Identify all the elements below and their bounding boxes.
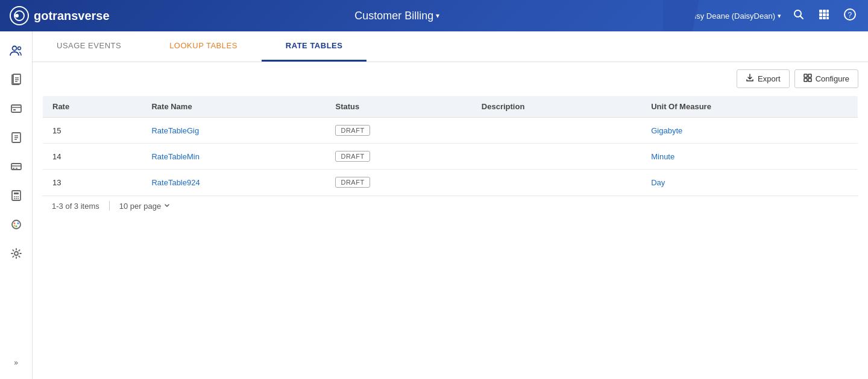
- sidebar-item-documents[interactable]: [4, 68, 28, 92]
- table-body: 15 RateTableGig DRAFT Gigabyte 14 RateTa…: [43, 118, 858, 196]
- sidebar-item-settings[interactable]: [4, 241, 28, 266]
- rate-desc-1: [472, 144, 641, 170]
- svg-point-36: [16, 196, 17, 197]
- navbar-center: Customer Billing ▾: [110, 10, 685, 22]
- rate-name-link-2[interactable]: RateTable924: [151, 178, 200, 187]
- rate-unit-1[interactable]: Minute: [641, 144, 858, 170]
- sidebar-expand-button[interactable]: »: [4, 354, 28, 372]
- table-header-row: Rate Rate Name Status Description Unit O…: [43, 96, 858, 118]
- svg-rect-8: [823, 13, 826, 16]
- status-badge-2: DRAFT: [335, 177, 370, 188]
- svg-rect-18: [13, 74, 20, 84]
- export-button[interactable]: Export: [737, 69, 790, 88]
- table-row: 13 RateTable924 DRAFT Day: [43, 170, 858, 196]
- svg-point-37: [17, 196, 19, 197]
- svg-point-38: [14, 198, 15, 199]
- sidebar-item-calculator[interactable]: [4, 183, 28, 208]
- table-row: 15 RateTableGig DRAFT Gigabyte: [43, 118, 858, 144]
- calculator-icon: [10, 190, 22, 202]
- per-page-dropdown-icon: [163, 202, 171, 211]
- sidebar-item-users[interactable]: [4, 39, 28, 63]
- status-badge-0: DRAFT: [335, 125, 370, 136]
- col-rate: Rate: [43, 96, 142, 118]
- user-dropdown-icon: ▾: [778, 12, 781, 20]
- search-icon: [793, 10, 804, 22]
- rate-name-0[interactable]: RateTableGig: [142, 118, 326, 144]
- rate-status-2: DRAFT: [326, 170, 471, 196]
- per-page-label: 10 per page: [119, 202, 161, 211]
- svg-point-46: [14, 252, 18, 255]
- user-menu[interactable]: Daisy Deane (DaisyDean) ▾: [685, 11, 781, 21]
- svg-point-16: [17, 47, 20, 50]
- tab-lookup-tables[interactable]: LOOKUP TABLES: [145, 31, 262, 62]
- svg-point-45: [13, 225, 15, 227]
- navbar-right: Daisy Deane (DaisyDean) ▾: [685, 6, 858, 26]
- svg-rect-4: [819, 10, 822, 13]
- main-content: USAGE EVENTS LOOKUP TABLES RATE TABLES E…: [33, 31, 868, 379]
- svg-rect-12: [826, 17, 829, 19]
- app-logo[interactable]: gotransverse: [10, 6, 110, 25]
- documents-icon: [10, 74, 22, 86]
- navbar: gotransverse Customer Billing ▾ Daisy De…: [0, 0, 868, 31]
- svg-rect-47: [804, 74, 807, 77]
- svg-rect-31: [13, 168, 14, 169]
- search-button[interactable]: [791, 7, 807, 25]
- palette-icon: [10, 218, 22, 231]
- svg-rect-32: [16, 168, 17, 169]
- export-label: Export: [758, 74, 781, 83]
- svg-point-43: [17, 223, 19, 225]
- table-row: 14 RateTableMin DRAFT Minute: [43, 144, 858, 170]
- rate-tables-table: Rate Rate Name Status Description Unit O…: [42, 95, 858, 196]
- sidebar-item-notes[interactable]: [4, 126, 28, 150]
- app-title-button[interactable]: Customer Billing ▾: [354, 10, 439, 22]
- rate-name-link-0[interactable]: RateTableGig: [151, 126, 199, 135]
- logo-circle: [10, 6, 29, 25]
- pagination-bar: 1-3 of 3 items 10 per page: [42, 196, 858, 213]
- svg-line-3: [800, 16, 804, 19]
- logo-icon: [13, 10, 25, 22]
- rate-unit-2[interactable]: Day: [641, 170, 858, 196]
- table-container: Rate Rate Name Status Description Unit O…: [33, 95, 868, 379]
- unit-link-0[interactable]: Gigabyte: [651, 126, 682, 135]
- svg-rect-9: [826, 13, 829, 16]
- rate-value-1: 14: [43, 144, 142, 170]
- tab-usage-events[interactable]: USAGE EVENTS: [33, 31, 145, 62]
- sidebar-item-cards[interactable]: [4, 154, 28, 179]
- configure-label: Configure: [816, 74, 849, 83]
- rate-value-2: 13: [43, 170, 142, 196]
- svg-point-35: [14, 196, 15, 197]
- svg-point-44: [15, 226, 17, 228]
- configure-icon: [804, 74, 812, 84]
- rate-name-2[interactable]: RateTable924: [142, 170, 326, 196]
- rate-unit-0[interactable]: Gigabyte: [641, 118, 858, 144]
- rate-name-link-1[interactable]: RateTableMin: [151, 152, 200, 161]
- status-badge-1: DRAFT: [335, 151, 370, 162]
- svg-rect-11: [823, 17, 826, 19]
- svg-rect-34: [14, 193, 19, 194]
- rate-desc-2: [472, 170, 641, 196]
- tab-rate-tables[interactable]: RATE TABLES: [262, 31, 367, 62]
- col-description: Description: [472, 96, 641, 118]
- col-status: Status: [326, 96, 471, 118]
- svg-rect-50: [808, 78, 811, 81]
- svg-rect-24: [13, 109, 16, 110]
- col-rate-name: Rate Name: [142, 96, 326, 118]
- user-name: Daisy Deane (DaisyDean): [685, 11, 775, 21]
- unit-link-1[interactable]: Minute: [651, 152, 675, 161]
- svg-rect-5: [823, 10, 826, 13]
- rate-name-1[interactable]: RateTableMin: [142, 144, 326, 170]
- app-title-dropdown-icon: ▾: [436, 11, 439, 20]
- apps-button[interactable]: [816, 7, 832, 25]
- svg-rect-6: [826, 10, 829, 13]
- unit-link-2[interactable]: Day: [651, 178, 665, 187]
- rate-value-0: 15: [43, 118, 142, 144]
- sidebar-item-palette[interactable]: [4, 212, 28, 237]
- help-button[interactable]: ?: [841, 6, 858, 26]
- configure-button[interactable]: Configure: [794, 69, 858, 88]
- per-page-selector[interactable]: 10 per page: [119, 202, 171, 211]
- svg-rect-10: [819, 17, 822, 19]
- pagination-divider: [109, 201, 110, 211]
- svg-point-1: [15, 14, 19, 18]
- table-header: Rate Rate Name Status Description Unit O…: [43, 96, 858, 118]
- sidebar-item-billing[interactable]: [4, 97, 28, 121]
